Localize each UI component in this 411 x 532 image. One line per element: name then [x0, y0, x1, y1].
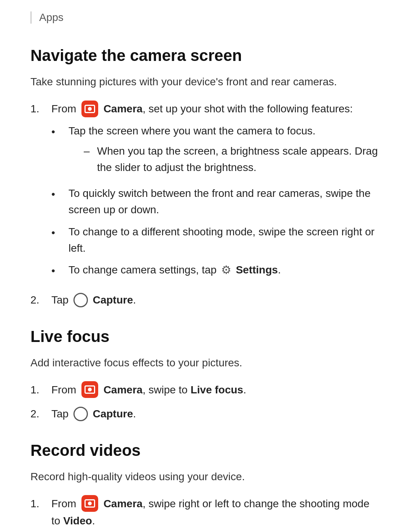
bullet-4: •: [51, 262, 68, 279]
sub-item-1-content: Tap the screen where you want the camera…: [68, 123, 381, 180]
section1-title: Navigate the camera screen: [30, 46, 381, 65]
section2-intro: Add interactive focus effects to your pi…: [30, 355, 381, 371]
capture-icon-1: [73, 293, 88, 307]
step-1-content: From Camera, set up your shot with the f…: [51, 101, 381, 285]
step-lf-1: 1. From Camera, swipe to Live focus.: [30, 382, 381, 399]
breadcrumb: Apps: [30, 11, 381, 24]
page-container: Apps Navigate the camera screen Take stu…: [0, 0, 411, 532]
camera-icon-1: [81, 101, 98, 117]
section3-title: Record videos: [30, 441, 381, 460]
section2-title: Live focus: [30, 328, 381, 346]
step-lf-1-number: 1.: [30, 382, 51, 398]
section1-intro: Take stunning pictures with your device'…: [30, 74, 381, 90]
section3-intro: Record high-quality videos using your de…: [30, 469, 381, 485]
sub-item-4: • To change camera settings, tap ⚙ Setti…: [51, 262, 381, 280]
deep-item-1: – When you tap the screen, a brightness …: [68, 143, 381, 176]
sub-item-1: • Tap the screen where you want the came…: [51, 123, 381, 180]
deep-item-1-text: When you tap the screen, a brightness sc…: [97, 143, 381, 176]
sub-item-2-text: To quickly switch between the front and …: [68, 185, 381, 218]
step-lf-1-content: From Camera, swipe to Live focus.: [51, 382, 381, 399]
step-2-content: Tap Capture.: [51, 292, 381, 308]
step-rv-1-number: 1.: [30, 495, 51, 512]
step-lf-2-text: Tap Capture.: [51, 408, 136, 420]
video-label: Video: [63, 515, 92, 527]
sub-item-3: • To change to a different shooting mode…: [51, 224, 381, 257]
step-lf-2: 2. Tap Capture.: [30, 406, 381, 422]
breadcrumb-label: Apps: [39, 11, 64, 23]
step-rv-1-text: From Camera, swipe right or left to chan…: [51, 498, 370, 527]
camera-label-3: Camera: [104, 498, 143, 510]
dash-1: –: [84, 143, 97, 159]
step-1: 1. From Camera, set up your shot with th…: [30, 101, 381, 285]
settings-label: Settings: [236, 264, 278, 276]
sub-item-2: • To quickly switch between the front an…: [51, 185, 381, 218]
bullet-2: •: [51, 185, 68, 202]
step-1-subitems: • Tap the screen where you want the came…: [51, 123, 381, 280]
section1-steps: 1. From Camera, set up your shot with th…: [30, 101, 381, 308]
step-rv-1: 1. From Camera, swipe right or left to c…: [30, 495, 381, 529]
capture-label-2: Capture: [93, 408, 133, 420]
section-live-focus: Live focus Add interactive focus effects…: [30, 328, 381, 422]
capture-icon-2: [73, 407, 88, 421]
camera-label-1: Camera: [104, 103, 143, 115]
step-lf-1-text: From Camera, swipe to Live focus.: [51, 384, 246, 396]
sub-item-3-text: To change to a different shooting mode, …: [68, 224, 381, 257]
section-record-videos: Record videos Record high-quality videos…: [30, 441, 381, 532]
section-navigate-camera: Navigate the camera screen Take stunning…: [30, 46, 381, 308]
step-1-text: From Camera, set up your shot with the f…: [51, 103, 353, 115]
livefocus-label: Live focus: [191, 384, 243, 396]
bullet-1: •: [51, 123, 68, 140]
step-lf-2-content: Tap Capture.: [51, 406, 381, 422]
section3-steps: 1. From Camera, swipe right or left to c…: [30, 495, 381, 532]
step-1-number: 1.: [30, 101, 51, 117]
camera-label-2: Camera: [104, 384, 143, 396]
step-lf-2-number: 2.: [30, 406, 51, 422]
deep-list-1: – When you tap the screen, a brightness …: [68, 143, 381, 176]
camera-icon-2: [81, 381, 98, 398]
camera-icon-3: [81, 495, 98, 512]
bullet-3: •: [51, 224, 68, 241]
settings-icon: ⚙: [221, 261, 231, 279]
step-rv-1-content: From Camera, swipe right or left to chan…: [51, 495, 381, 529]
step-2: 2. Tap Capture.: [30, 292, 381, 308]
capture-label-1: Capture: [93, 294, 133, 306]
step-2-number: 2.: [30, 292, 51, 308]
sub-item-4-text: To change camera settings, tap ⚙ Setting…: [68, 262, 281, 280]
section2-steps: 1. From Camera, swipe to Live focus. 2. …: [30, 382, 381, 422]
step-2-text: Tap Capture.: [51, 294, 136, 306]
